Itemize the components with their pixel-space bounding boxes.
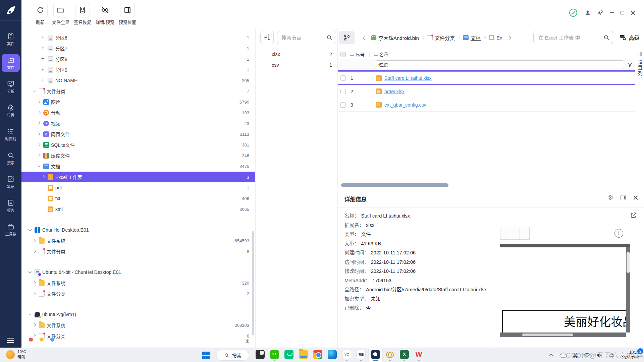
tree-item[interactable]: 音频 193 (21, 107, 255, 118)
forensic-app-icon[interactable] (368, 348, 383, 362)
chrome-icon[interactable] (311, 348, 325, 362)
wps-icon[interactable]: W (412, 348, 426, 362)
expander-icon[interactable] (36, 164, 41, 169)
preview-position-button[interactable]: 预览位置 (119, 3, 136, 25)
tree-item[interactable]: 分区7 1 (21, 43, 255, 54)
sidebar-item-analysis[interactable]: 分析 (2, 78, 20, 96)
tree-item[interactable]: txt 406 (21, 193, 255, 204)
order.xlsx[interactable]: 2 order.xlsx (338, 85, 635, 98)
tree-item[interactable]: 分区8 1 (21, 54, 255, 64)
signature-recovery-button[interactable]: 签名恢复 (74, 3, 91, 25)
expander-icon[interactable] (41, 185, 46, 190)
refresh-button[interactable]: 刷新 (33, 3, 48, 25)
branch-view-button[interactable] (339, 31, 355, 44)
tree-item[interactable]: 文件系统 203303 (21, 320, 255, 330)
tree-item[interactable]: pdf 1 (21, 182, 255, 193)
hscroll-thumb[interactable] (341, 183, 448, 187)
tree-item[interactable]: SQLite文件 381 (21, 139, 255, 150)
advanced-search-button[interactable]: 高级 (619, 34, 639, 42)
filter-funnel-icon[interactable] (627, 62, 633, 68)
input-language[interactable]: 英 (573, 352, 578, 359)
file-explorer-icon[interactable] (296, 348, 311, 362)
sidebar-item-toolbox[interactable]: 工具箱 (2, 221, 20, 239)
expander-icon[interactable] (41, 35, 46, 40)
expander-icon[interactable] (41, 207, 46, 212)
sidebar-item-files[interactable]: 文件 (2, 54, 20, 72)
preview-tool-button[interactable] (520, 227, 530, 240)
rings-icon[interactable] (383, 348, 397, 362)
grip-icon[interactable] (638, 52, 642, 56)
panel-toggle-icon[interactable] (621, 195, 626, 200)
expander-icon[interactable] (32, 249, 37, 254)
breadcrumb-forward-icon[interactable] (507, 36, 512, 40)
tree-item[interactable]: 分区9 1 (21, 64, 255, 75)
filter-input[interactable] (375, 60, 624, 69)
show-all-files-button[interactable]: 文件全显 (52, 3, 69, 25)
edge-icon[interactable] (325, 348, 339, 362)
verified-check-icon[interactable] (569, 8, 578, 17)
desktops-icon[interactable] (253, 348, 267, 362)
file-link[interactable]: ext_qbar_config.csv (384, 102, 426, 108)
file-link[interactable]: Staff card LI taihui.xlsx (384, 75, 432, 81)
external-link-icon[interactable] (630, 212, 637, 219)
gear-icon[interactable]: ⚙ (608, 194, 613, 201)
tree-item[interactable]: 文档 3475 (21, 161, 255, 172)
tree-item[interactable]: 图片 6790 (21, 97, 255, 107)
row-checkbox[interactable] (340, 89, 346, 94)
tree-item[interactable]: 视频 23 (21, 118, 255, 129)
minimize-button[interactable] (610, 12, 614, 13)
expander-icon[interactable] (32, 281, 37, 286)
excel-icon[interactable]: X (397, 348, 412, 362)
doc-hscroll-thumb[interactable] (522, 334, 573, 336)
ext_qbar_config.csv[interactable]: 3 ext_qbar_config.csv (338, 98, 635, 112)
column-settings-button[interactable]: 设置列 (636, 59, 643, 77)
expander-icon[interactable] (41, 196, 46, 201)
row-checkbox[interactable] (340, 102, 346, 108)
tree-item[interactable]: 压缩文件 246 (21, 150, 255, 161)
expander-icon[interactable] (32, 291, 37, 296)
column-header-name[interactable]: 名称 (379, 51, 388, 58)
tree-item[interactable]: Ubuntu 64-bit - ChunHei Desktop.E01 (21, 267, 255, 278)
expander-icon[interactable] (41, 46, 46, 51)
tree-item[interactable]: ubuntu-vg(lvm1) (21, 309, 255, 320)
veracrypt-icon[interactable]: VC (339, 348, 354, 362)
extension-item[interactable]: csv 1 (258, 60, 337, 70)
sidebar-item-report[interactable]: 报告 (2, 197, 20, 215)
column-header-index[interactable]: 序号 (356, 51, 365, 58)
tray-chevron-up-icon[interactable] (549, 354, 553, 358)
onedrive-cloud-icon[interactable] (559, 352, 568, 359)
file-search-input[interactable] (533, 31, 613, 44)
start-button[interactable] (199, 349, 213, 361)
tree-item[interactable]: xml 3065 (21, 204, 255, 215)
row-checkbox[interactable] (340, 75, 346, 81)
wechat-icon[interactable] (267, 348, 282, 362)
menu-icon[interactable] (7, 338, 14, 343)
info-icon[interactable]: i (614, 229, 623, 238)
user-icon[interactable] (584, 9, 591, 16)
expander-icon[interactable] (36, 142, 41, 147)
volume-muted-icon[interactable] (596, 352, 603, 358)
extension-item[interactable]: xlsx 2 (258, 49, 337, 60)
breadcrumb-item-docs[interactable]: 文档 (463, 34, 481, 41)
breadcrumb-item-excel[interactable]: Ex (489, 35, 502, 41)
expander-icon[interactable] (41, 57, 46, 62)
tree-item[interactable]: 文件分类 7 (21, 86, 255, 97)
breadcrumb-item-root[interactable]: 李大辉Android.bin (371, 34, 419, 41)
taskbar-search[interactable]: 搜索 (216, 350, 249, 361)
preview-tool-button[interactable] (510, 227, 520, 240)
expander-icon[interactable] (41, 175, 46, 180)
detail-preview-toggle-button[interactable]: 详情/预览 (96, 3, 114, 25)
breadcrumb-back-icon[interactable] (363, 36, 367, 40)
sidebar-item-notes[interactable]: 笔记 (2, 173, 20, 191)
preview-tool-button[interactable] (500, 227, 510, 240)
tree-item[interactable]: 网页文件 3113 (21, 129, 255, 139)
weather-widget[interactable]: 10°C晴朗 (6, 349, 26, 360)
expander-icon[interactable] (36, 110, 41, 115)
shimo-icon[interactable]: 石墨 (354, 348, 368, 362)
expander-icon[interactable] (36, 132, 41, 137)
tree-item[interactable]: ChunHei Desktop.E01 (21, 225, 255, 235)
tree-scrollbar[interactable] (252, 231, 254, 335)
Staff card LI taihui.xlsx[interactable]: 1 Staff card LI taihui.xlsx (338, 71, 635, 85)
expander-icon[interactable] (32, 323, 37, 328)
expander-icon[interactable] (36, 153, 41, 158)
